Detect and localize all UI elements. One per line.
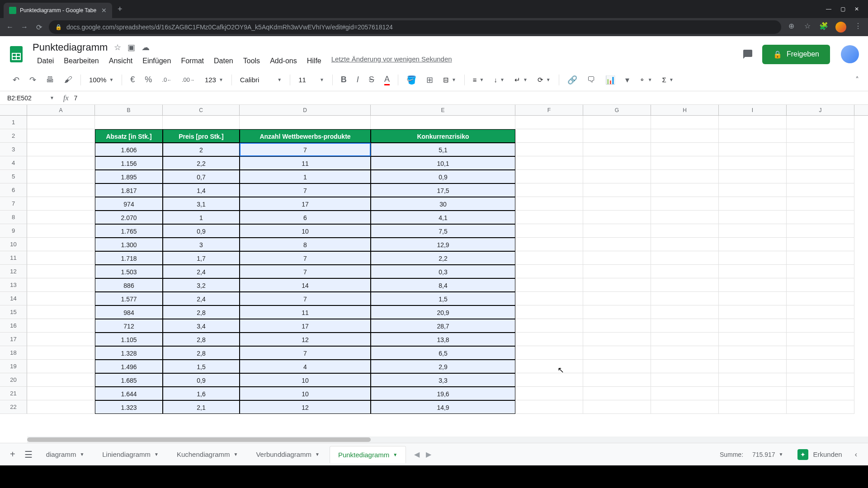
cell[interactable]: 0,9 <box>371 170 515 183</box>
sheet-tab[interactable]: Verbunddiagramm▼ <box>248 446 327 463</box>
minimize-icon[interactable]: — <box>826 6 831 12</box>
cell[interactable] <box>787 211 854 224</box>
sheet-tab[interactable]: Kuchendiagramm▼ <box>169 446 246 463</box>
cell[interactable] <box>27 143 95 156</box>
column-header[interactable]: A <box>27 105 95 115</box>
cell[interactable] <box>515 373 583 387</box>
cell[interactable] <box>651 251 719 265</box>
filter-views-select[interactable]: ⚬▼ <box>636 76 656 84</box>
cell[interactable]: 5,1 <box>371 143 515 156</box>
cell[interactable] <box>583 265 651 278</box>
row-header[interactable]: 9 <box>0 224 27 238</box>
cell[interactable]: 984 <box>95 305 163 319</box>
cell[interactable] <box>515 265 583 278</box>
cell[interactable]: Absatz [in Stk.] <box>95 129 163 143</box>
cell[interactable] <box>651 319 719 333</box>
cell[interactable] <box>719 238 787 251</box>
row-header[interactable]: 6 <box>0 183 27 197</box>
cell[interactable] <box>651 156 719 170</box>
menu-format[interactable]: Format <box>176 55 208 67</box>
row-header[interactable]: 7 <box>0 197 27 211</box>
cell[interactable] <box>27 319 95 333</box>
cell[interactable] <box>515 346 583 360</box>
cell[interactable]: 1.817 <box>95 183 163 197</box>
cell[interactable] <box>515 251 583 265</box>
cell[interactable]: 3 <box>163 238 240 251</box>
cell[interactable] <box>719 387 787 400</box>
number-format-select[interactable]: 123▼ <box>201 76 227 84</box>
cell[interactable] <box>27 156 95 170</box>
cell[interactable] <box>787 333 854 346</box>
collapse-toolbar-icon[interactable]: ˄ <box>855 75 859 84</box>
cell[interactable] <box>95 116 163 129</box>
cell[interactable] <box>651 265 719 278</box>
cell[interactable] <box>787 197 854 211</box>
cell[interactable]: 1,5 <box>163 360 240 373</box>
cell[interactable] <box>651 129 719 143</box>
row-header[interactable]: 15 <box>0 305 27 319</box>
cell[interactable] <box>719 197 787 211</box>
cell[interactable]: 1.156 <box>95 156 163 170</box>
cell[interactable] <box>583 305 651 319</box>
cell[interactable] <box>27 400 95 414</box>
cell[interactable] <box>27 224 95 238</box>
row-header[interactable]: 13 <box>0 278 27 292</box>
cell[interactable] <box>27 305 95 319</box>
cell[interactable]: 1 <box>163 211 240 224</box>
cell[interactable] <box>27 387 95 400</box>
cell[interactable] <box>27 278 95 292</box>
cell[interactable] <box>651 278 719 292</box>
fill-color-icon[interactable]: 🪣 <box>403 72 420 88</box>
cell[interactable]: 7 <box>240 292 371 305</box>
close-tab-icon[interactable]: ✕ <box>101 7 107 14</box>
sheet-tab-dropdown-icon[interactable]: ▼ <box>154 452 159 457</box>
cell[interactable]: 7 <box>240 251 371 265</box>
cell[interactable] <box>719 278 787 292</box>
cell[interactable] <box>787 238 854 251</box>
cell[interactable]: 2,8 <box>163 346 240 360</box>
row-header[interactable]: 16 <box>0 319 27 333</box>
cell[interactable]: 0,7 <box>163 170 240 183</box>
cell[interactable]: 19,6 <box>371 387 515 400</box>
cell[interactable]: 0,9 <box>163 373 240 387</box>
cell[interactable] <box>27 292 95 305</box>
cell[interactable] <box>719 211 787 224</box>
redo-icon[interactable]: ↷ <box>26 72 40 88</box>
cell[interactable] <box>787 319 854 333</box>
increase-decimal-icon[interactable]: .00→ <box>178 74 198 86</box>
cell[interactable]: 1.765 <box>95 224 163 238</box>
explore-button[interactable]: ✦ Erkunden <box>791 449 848 460</box>
cell[interactable] <box>787 305 854 319</box>
strikethrough-icon[interactable]: S <box>365 72 378 87</box>
cell[interactable] <box>515 360 583 373</box>
cell[interactable]: 8 <box>240 238 371 251</box>
sheet-tab-dropdown-icon[interactable]: ▼ <box>393 452 397 457</box>
cell[interactable] <box>787 400 854 414</box>
cell[interactable]: 7 <box>240 183 371 197</box>
cell[interactable]: 12,9 <box>371 238 515 251</box>
cell[interactable]: 1,5 <box>371 292 515 305</box>
cell[interactable] <box>515 319 583 333</box>
cell[interactable] <box>719 400 787 414</box>
cell[interactable]: 1.718 <box>95 251 163 265</box>
cell[interactable] <box>787 360 854 373</box>
cell[interactable]: 2,9 <box>371 360 515 373</box>
cell[interactable] <box>27 346 95 360</box>
cell[interactable] <box>515 305 583 319</box>
currency-icon[interactable]: € <box>127 72 138 87</box>
cell[interactable] <box>515 129 583 143</box>
sheet-tab-dropdown-icon[interactable]: ▼ <box>233 452 238 457</box>
menu-tools[interactable]: Tools <box>239 55 264 67</box>
cell[interactable]: 11 <box>240 156 371 170</box>
cell[interactable]: 10,1 <box>371 156 515 170</box>
comment-icon[interactable]: 🗨 <box>584 72 599 87</box>
cell[interactable] <box>515 333 583 346</box>
document-title[interactable]: Punktediagramm <box>33 42 108 53</box>
menu-bearbeiten[interactable]: Bearbeiten <box>59 55 103 67</box>
spreadsheet-grid[interactable]: ABCDEFGHIJ 12Absatz [in Stk.]Preis [pro … <box>0 105 868 443</box>
cell[interactable] <box>583 400 651 414</box>
cell[interactable]: 10 <box>240 373 371 387</box>
cell[interactable]: 6,5 <box>371 346 515 360</box>
zoom-icon[interactable]: ⊕ <box>787 22 796 33</box>
cell[interactable] <box>719 129 787 143</box>
